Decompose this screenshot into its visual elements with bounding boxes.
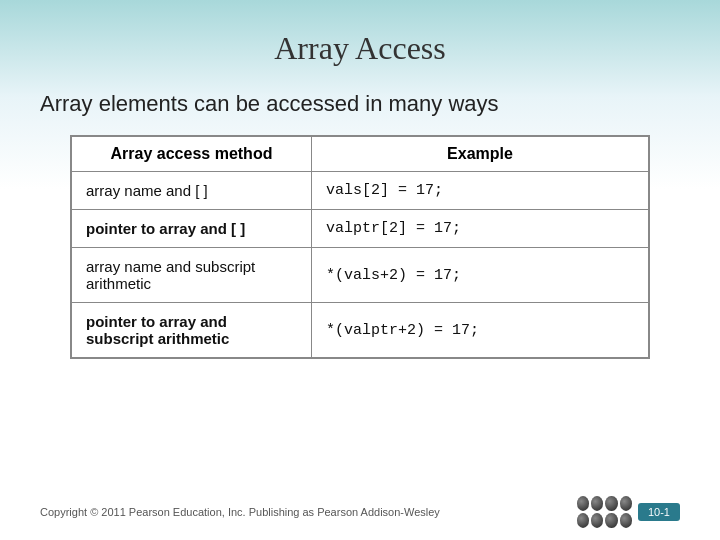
col-header-example: Example [312, 137, 649, 172]
checker-piece [591, 513, 603, 528]
table-cell-method: array name and [ ] [72, 172, 312, 210]
checker-piece [591, 496, 603, 511]
checker-piece [605, 496, 617, 511]
subtitle: Array elements can be accessed in many w… [40, 91, 680, 117]
table-cell-method: array name and subscript arithmetic [72, 248, 312, 303]
col-header-method: Array access method [72, 137, 312, 172]
footer-right: 10-1 [577, 496, 680, 528]
checker-piece [605, 513, 617, 528]
checker-piece [620, 496, 632, 511]
checker-piece [577, 496, 589, 511]
table-row: pointer to array and subscript arithmeti… [72, 303, 649, 358]
page-badge: 10-1 [638, 503, 680, 521]
access-table-wrapper: Array access method Example array name a… [70, 135, 650, 359]
table-cell-example: *(valptr+2) = 17; [312, 303, 649, 358]
checkers-icon [577, 496, 632, 528]
table-cell-method: pointer to array and [ ] [72, 210, 312, 248]
table-row: array name and [ ]vals[2] = 17; [72, 172, 649, 210]
table-cell-example: vals[2] = 17; [312, 172, 649, 210]
table-header-row: Array access method Example [72, 137, 649, 172]
table-cell-example: *(vals+2) = 17; [312, 248, 649, 303]
table-row: pointer to array and [ ]valptr[2] = 17; [72, 210, 649, 248]
checker-piece [577, 513, 589, 528]
footer-copyright: Copyright © 2011 Pearson Education, Inc.… [40, 506, 440, 518]
slide-container: Array Access Array elements can be acces… [0, 0, 720, 540]
checker-piece [620, 513, 632, 528]
footer: Copyright © 2011 Pearson Education, Inc.… [40, 496, 680, 528]
access-table: Array access method Example array name a… [71, 136, 649, 358]
table-row: array name and subscript arithmetic*(val… [72, 248, 649, 303]
slide-title: Array Access [40, 30, 680, 67]
table-cell-example: valptr[2] = 17; [312, 210, 649, 248]
table-cell-method: pointer to array and subscript arithmeti… [72, 303, 312, 358]
